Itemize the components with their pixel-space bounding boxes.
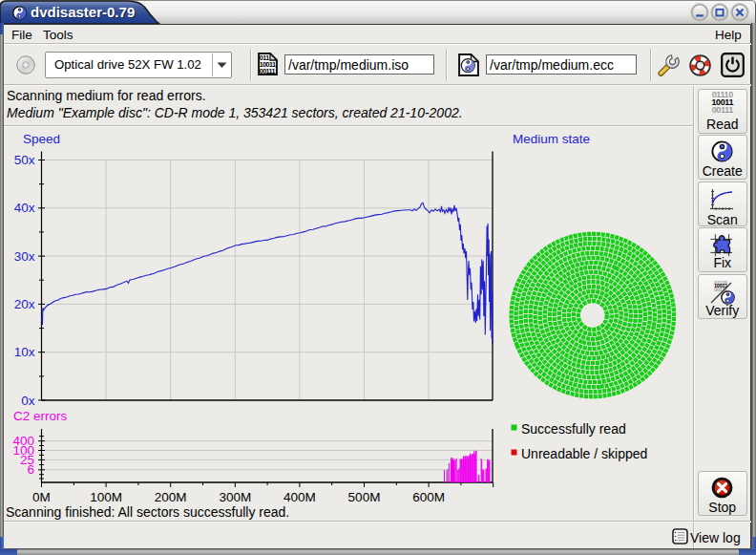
svg-text:40x: 40x: [14, 201, 35, 215]
svg-text:300M: 300M: [219, 490, 251, 504]
svg-text:0M: 0M: [32, 490, 51, 504]
svg-text:200M: 200M: [155, 490, 187, 504]
svg-text:50x: 50x: [14, 153, 35, 167]
svg-text:100M: 100M: [90, 490, 122, 504]
svg-text:Successfully read: Successfully read: [521, 421, 626, 437]
svg-text:Medium state: Medium state: [513, 132, 590, 146]
svg-text:500M: 500M: [348, 490, 381, 504]
svg-text:6: 6: [27, 462, 34, 477]
svg-text:20x: 20x: [14, 297, 35, 311]
svg-text:400M: 400M: [284, 490, 316, 504]
svg-text:30x: 30x: [14, 249, 35, 264]
svg-text:600M: 600M: [412, 490, 445, 504]
svg-text:10x: 10x: [14, 345, 35, 359]
svg-text:Unreadable / skipped: Unreadable / skipped: [521, 446, 647, 461]
svg-text:Speed: Speed: [23, 132, 60, 146]
svg-text:0x: 0x: [21, 394, 35, 408]
svg-text:C2 errors: C2 errors: [13, 409, 68, 423]
